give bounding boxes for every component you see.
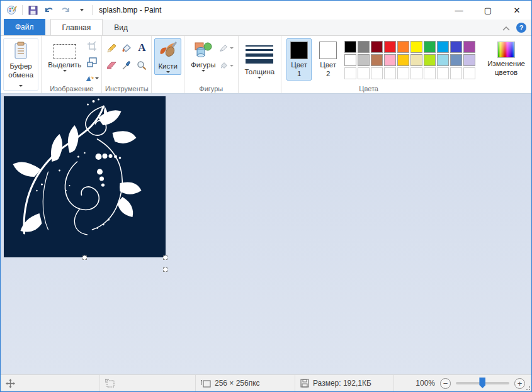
workspace[interactable] [1, 94, 531, 374]
clipboard-button[interactable]: Буфер обмена [3, 38, 38, 91]
resize-grip[interactable] [524, 384, 530, 390]
thickness-icon [246, 42, 273, 64]
resize-handle-right[interactable] [163, 267, 167, 272]
palette-swatch[interactable] [384, 67, 396, 79]
color1-label: Цвет [291, 61, 307, 69]
palette-swatch[interactable] [371, 41, 383, 53]
text-tool[interactable]: A [135, 41, 149, 55]
pencil-icon [106, 43, 117, 53]
eyedropper-icon [122, 60, 132, 70]
maximize-button[interactable]: ▢ [473, 1, 502, 20]
file-size-value: Размер: 192,1КБ [313, 379, 371, 388]
statusbar: 256 × 256пкс Размер: 192,1КБ 100% − + [1, 374, 531, 391]
palette-swatch[interactable] [450, 54, 462, 66]
rotate-button[interactable] [85, 71, 99, 85]
palette-swatch[interactable] [437, 54, 449, 66]
palette-swatch[interactable] [358, 41, 370, 53]
file-size-section: Размер: 192,1КБ [295, 375, 394, 391]
palette-swatch[interactable] [358, 54, 370, 66]
quick-access-toolbar [1, 4, 93, 16]
palette-swatch[interactable] [397, 41, 409, 53]
edit-colors-label: Изменение [487, 60, 525, 67]
palette-swatch[interactable] [397, 54, 409, 66]
window-title: splash.bmp - Paint [99, 6, 161, 14]
undo-button[interactable] [43, 4, 55, 16]
customize-toolbar-button[interactable] [76, 4, 88, 16]
pencil-tool[interactable] [105, 41, 118, 55]
color1-button[interactable]: Цвет 1 [286, 38, 312, 81]
magnifier-tool[interactable] [135, 59, 149, 72]
fill-icon [220, 61, 229, 70]
palette-swatch[interactable] [384, 41, 396, 53]
minimize-button[interactable]: — [444, 1, 473, 20]
palette-swatch[interactable] [463, 41, 475, 53]
zoom-out-button[interactable]: − [440, 378, 451, 389]
palette-swatch[interactable] [424, 67, 436, 79]
color-picker-tool[interactable] [120, 59, 133, 72]
crop-button[interactable] [85, 40, 99, 53]
group-tools: A Инструменты [102, 36, 152, 93]
cursor-position-section [1, 375, 100, 391]
palette-swatch[interactable] [344, 54, 356, 66]
image-size-icon [201, 379, 211, 388]
collapse-ribbon-icon[interactable] [502, 22, 510, 33]
color1-swatch [290, 42, 308, 59]
brushes-button[interactable]: Кисти [154, 38, 181, 75]
color2-button[interactable]: Цвет 2 [315, 38, 341, 81]
tab-file[interactable]: Файл [4, 19, 45, 35]
resize-handle-corner[interactable] [163, 255, 167, 260]
group-label-image: Изображение [42, 85, 101, 92]
drawing-canvas[interactable] [4, 96, 166, 257]
floral-artwork [4, 96, 166, 257]
fill-tool[interactable] [120, 41, 133, 55]
help-icon[interactable]: ? [516, 23, 526, 33]
save-button[interactable] [26, 4, 39, 16]
palette-swatch[interactable] [371, 54, 383, 66]
clipboard-icon [13, 42, 29, 60]
shapes-label: Фигуры [191, 60, 216, 69]
palette-swatch[interactable] [437, 67, 449, 79]
shape-fill-button[interactable] [220, 59, 234, 72]
palette-swatch[interactable] [358, 67, 370, 79]
zoom-slider-thumb[interactable] [479, 378, 485, 388]
separator [92, 5, 93, 15]
color2-label: Цвет [320, 61, 336, 69]
thickness-button[interactable]: Толщина [241, 38, 279, 81]
shapes-button[interactable]: Фигуры [187, 38, 220, 74]
palette-swatch[interactable] [450, 41, 462, 53]
palette-swatch[interactable] [463, 54, 475, 66]
palette-swatch[interactable] [397, 67, 409, 79]
rotate-icon [85, 74, 94, 83]
palette-swatch[interactable] [424, 41, 436, 53]
thickness-label: Толщина [245, 67, 275, 76]
selection-size-icon [105, 379, 115, 388]
palette-swatch[interactable] [371, 67, 383, 79]
tab-view[interactable]: Вид [103, 20, 139, 35]
brush-icon [159, 42, 178, 60]
palette-swatch[interactable] [463, 67, 475, 79]
edit-colors-button[interactable]: Изменение цветов [484, 38, 529, 79]
palette-swatch[interactable] [384, 54, 396, 66]
resize-handle-bottom[interactable] [82, 255, 87, 260]
resize-button[interactable] [85, 55, 99, 69]
palette-swatch[interactable] [410, 41, 422, 53]
palette-swatch[interactable] [410, 67, 422, 79]
shape-outline-button[interactable] [220, 41, 234, 55]
palette-swatch[interactable] [344, 41, 356, 53]
tab-home[interactable]: Главная [50, 19, 103, 35]
group-image: Выделить Изображение [42, 36, 102, 93]
image-size-value: 256 × 256пкс [215, 379, 260, 388]
palette-swatch[interactable] [437, 41, 449, 53]
eraser-icon [106, 61, 117, 70]
redo-button[interactable] [59, 4, 72, 16]
close-button[interactable]: ✕ [502, 1, 531, 20]
palette-swatch[interactable] [424, 54, 436, 66]
color-palette [344, 38, 476, 80]
palette-swatch[interactable] [410, 54, 422, 66]
eraser-tool[interactable] [105, 59, 118, 72]
edit-colors-icon [497, 42, 515, 58]
zoom-slider[interactable] [456, 382, 509, 384]
select-button[interactable]: Выделить [44, 38, 85, 74]
palette-swatch[interactable] [344, 67, 356, 79]
palette-swatch[interactable] [450, 67, 462, 79]
